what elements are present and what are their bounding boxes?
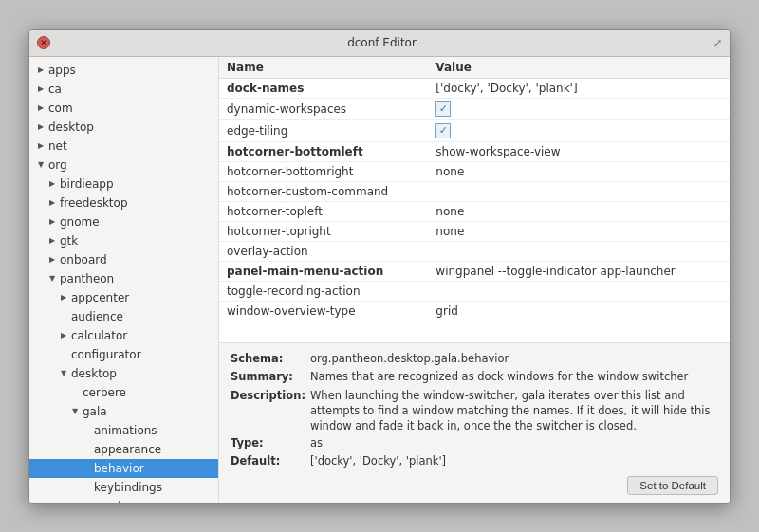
sidebar-item-configurator[interactable]: configurator xyxy=(29,345,218,364)
row-value: none xyxy=(428,161,730,181)
sidebar-item-label: desktop xyxy=(71,367,117,380)
sidebar-item-behavior[interactable]: behavior xyxy=(29,459,218,478)
arrow-icon: ▶ xyxy=(33,82,48,97)
sidebar-item-label: net xyxy=(48,139,67,153)
row-name: hotcorner-topright xyxy=(219,221,428,241)
sidebar-item-label: behavior xyxy=(94,462,144,475)
table-row[interactable]: edge-tiling✓ xyxy=(219,119,730,141)
sidebar-item-keybindings[interactable]: keybindings xyxy=(29,478,218,497)
arrow-icon: ▶ xyxy=(33,101,48,116)
table-row[interactable]: hotcorner-custom-command xyxy=(219,181,730,201)
arrow-icon xyxy=(79,480,94,495)
row-name: dynamic-workspaces xyxy=(219,98,428,119)
sidebar-item-label: configurator xyxy=(71,348,141,361)
table-row[interactable]: hotcorner-bottomrightnone xyxy=(219,161,730,181)
row-name: window-overview-type xyxy=(219,301,428,321)
sidebar-item-ca[interactable]: ▶ca xyxy=(29,80,218,99)
table-row[interactable]: toggle-recording-action xyxy=(219,281,730,301)
sidebar-item-animations[interactable]: animations xyxy=(29,421,218,440)
set-default-button[interactable]: Set to Default xyxy=(627,476,718,495)
row-name: toggle-recording-action xyxy=(219,281,428,301)
row-name: panel-main-menu-action xyxy=(219,261,428,281)
row-value xyxy=(428,281,730,301)
sidebar-item-appearance[interactable]: appearance xyxy=(29,440,218,459)
description-value: When launching the window-switcher, gala… xyxy=(310,388,718,433)
row-name: hotcorner-custom-command xyxy=(219,181,428,201)
sidebar-item-apps[interactable]: ▶apps xyxy=(29,61,218,80)
arrow-icon xyxy=(79,423,94,438)
arrow-icon: ▶ xyxy=(56,328,71,343)
sidebar-item-freedesktop[interactable]: ▶freedesktop xyxy=(29,193,218,212)
sidebar-item-gala[interactable]: ▼gala xyxy=(29,402,218,421)
sidebar-item-onboard[interactable]: ▶onboard xyxy=(29,250,218,269)
sidebar-item-pantheon[interactable]: ▼pantheon xyxy=(29,269,218,288)
col-header-name: Name xyxy=(219,57,428,79)
sidebar-item-desktop[interactable]: ▶desktop xyxy=(29,118,218,137)
table-row[interactable]: window-overview-typegrid xyxy=(219,301,730,321)
arrow-icon xyxy=(79,461,94,476)
row-value xyxy=(428,181,730,201)
info-footer: Set to Default xyxy=(231,476,718,495)
sidebar-item-label: com xyxy=(48,101,73,115)
sidebar-item-gnome[interactable]: ▶gnome xyxy=(29,212,218,231)
type-value: as xyxy=(310,435,323,451)
sidebar-item-cerbere[interactable]: cerbere xyxy=(29,383,218,402)
arrow-icon: ▼ xyxy=(33,157,48,173)
sidebar-item-label: gtk xyxy=(60,234,78,248)
summary-label: Summary: xyxy=(231,369,306,385)
arrow-icon xyxy=(67,385,83,400)
sidebar-item-label: animations xyxy=(94,424,157,437)
sidebar-item-birdieapp[interactable]: ▶birdieapp xyxy=(29,174,218,193)
sidebar-item-audience[interactable]: audience xyxy=(29,307,218,326)
table-row[interactable]: overlay-action xyxy=(219,241,730,261)
table-area: Name Value dock-names['docky', 'Docky', … xyxy=(219,57,730,343)
row-name: overlay-action xyxy=(219,241,428,261)
default-value: ['docky', 'Docky', 'plank'] xyxy=(310,453,446,469)
sidebar-item-gtk[interactable]: ▶gtk xyxy=(29,231,218,250)
expand-button[interactable]: ⤢ xyxy=(713,37,722,49)
sidebar-item-label: freedesktop xyxy=(60,196,128,210)
sidebar-item-net[interactable]: ▶net xyxy=(29,137,218,156)
row-value: ✓ xyxy=(428,98,730,119)
sidebar-item-label: mask-corners xyxy=(94,500,171,503)
table-row[interactable]: panel-main-menu-actionwingpanel --toggle… xyxy=(219,261,730,281)
info-panel: Schema: org.pantheon.desktop.gala.behavi… xyxy=(219,342,730,502)
sidebar-item-desktop2[interactable]: ▼desktop xyxy=(29,364,218,383)
arrow-icon xyxy=(56,347,71,362)
sidebar-item-label: org xyxy=(48,158,67,172)
content-area: ▶apps▶ca▶com▶desktop▶net▼org▶birdieapp▶f… xyxy=(29,57,730,503)
sidebar-item-label: cerbere xyxy=(83,386,126,399)
sidebar-item-label: desktop xyxy=(48,120,94,134)
arrow-icon: ▶ xyxy=(56,290,71,305)
table-row[interactable]: dock-names['docky', 'Docky', 'plank'] xyxy=(219,78,730,98)
row-value: wingpanel --toggle-indicator app-launche… xyxy=(428,261,730,281)
sidebar-item-org[interactable]: ▼org xyxy=(29,156,218,174)
close-button[interactable]: ✕ xyxy=(37,36,50,49)
col-header-value: Value xyxy=(428,57,730,79)
default-row: Default: ['docky', 'Docky', 'plank'] xyxy=(231,453,718,469)
sidebar-item-label: ca xyxy=(48,83,62,96)
checkbox-icon: ✓ xyxy=(435,101,451,117)
sidebar-item-label: apps xyxy=(48,64,76,77)
checkbox-icon: ✓ xyxy=(435,123,451,138)
row-value xyxy=(428,241,730,261)
row-value: ['docky', 'Docky', 'plank'] xyxy=(428,78,730,98)
table-row[interactable]: hotcorner-topleftnone xyxy=(219,201,730,221)
sidebar-item-label: onboard xyxy=(60,253,107,266)
sidebar-item-mask-corners[interactable]: mask-corners xyxy=(29,497,218,503)
table-row[interactable]: dynamic-workspaces✓ xyxy=(219,98,730,119)
row-name: hotcorner-bottomright xyxy=(219,161,428,181)
arrow-icon: ▶ xyxy=(45,233,60,248)
sidebar-item-label: gnome xyxy=(60,215,100,229)
arrow-icon: ▼ xyxy=(67,404,83,419)
row-name: hotcorner-topleft xyxy=(219,201,428,221)
sidebar-item-label: appcenter xyxy=(71,291,129,304)
sidebar-item-com[interactable]: ▶com xyxy=(29,99,218,118)
sidebar-item-label: calculator xyxy=(71,329,127,342)
table-row[interactable]: hotcorner-bottomleftshow-workspace-view xyxy=(219,141,730,161)
sidebar-item-calculator[interactable]: ▶calculator xyxy=(29,326,218,345)
table-row[interactable]: hotcorner-toprightnone xyxy=(219,221,730,241)
schema-label: Schema: xyxy=(231,351,306,367)
arrow-icon: ▶ xyxy=(45,176,60,192)
sidebar-item-appcenter[interactable]: ▶appcenter xyxy=(29,288,218,307)
